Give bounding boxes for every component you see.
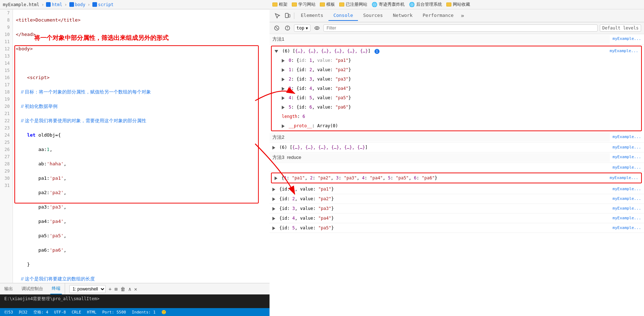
expand-collapse-btn[interactable] — [275, 50, 278, 53]
folder-icon5 — [446, 3, 451, 6]
devtools-tabs: Elements Console Sources Network Perform… — [270, 9, 644, 22]
terminal-controls: 1: powershell + ⊞ 🗑 ∧ ✕ — [65, 285, 270, 293]
item0-expand[interactable] — [282, 59, 285, 63]
svg-line-3 — [276, 27, 278, 29]
length-content: length: 6 — [279, 113, 641, 120]
terminal-tabs: 输出 调试控制台 终端 — [0, 283, 65, 294]
obj-item-5-source[interactable]: myExample... — [610, 224, 644, 231]
section3-source[interactable]: myExample... — [610, 153, 644, 160]
obj-item-4-source[interactable]: myExample... — [610, 214, 644, 221]
shell-selector[interactable]: 1: powershell — [69, 285, 106, 293]
obj-item-5-content: {id: 5, value: "pa5"} — [270, 224, 610, 232]
length-label: length — [282, 114, 297, 119]
objitem3-expand[interactable] — [272, 207, 275, 211]
array-summary-content: (6) [{…}, {…}, {…}, {…}, {…}, {…}] i — [272, 47, 607, 55]
devtools-panel: 框架 学习网站 模板 已注册网站 🌐 寄迹秀轰炸机 🌐 后台管理系统 — [270, 0, 644, 316]
obj-source[interactable]: myExample... — [607, 174, 641, 181]
svg-point-6 — [287, 29, 288, 29]
status-col: 列32 — [19, 310, 27, 315]
item1-expand[interactable] — [282, 68, 285, 72]
section2-source[interactable]: myExample... — [610, 133, 644, 140]
objitem1-expand[interactable] — [272, 188, 275, 191]
item5-content: 5: {id: 6, value: "pa6"} — [279, 103, 641, 111]
split-terminal-btn[interactable]: ⊞ — [114, 286, 117, 292]
cursor-icon-btn[interactable] — [272, 11, 282, 21]
code-line-18: pa1:'pa1', — [16, 175, 267, 182]
filter-input[interactable] — [323, 24, 598, 32]
file-name: myExample.html — [3, 2, 39, 7]
proto-sep: : Array(0) — [312, 123, 338, 128]
context-selector[interactable]: top ▼ — [294, 24, 310, 32]
obj-item-row-2: {id: 2, value: "pa2"} myExample... — [270, 194, 644, 204]
pre-object-row: myExample... — [270, 163, 644, 171]
info-icon[interactable]: i — [374, 49, 380, 54]
add-terminal-btn[interactable]: + — [109, 286, 111, 292]
console-output: 方法1 myExample... (6) [{…}, {…}, {…}, {…}… — [270, 34, 644, 316]
tab-output[interactable]: 输出 — [3, 284, 14, 294]
section1-source[interactable]: myExample... — [610, 35, 644, 42]
code-line-25: // 这个是我们将要建立的数组的长度 — [16, 275, 267, 283]
obj-item-2-source[interactable]: myExample... — [610, 195, 644, 202]
tab-terminal[interactable]: 终端 — [50, 283, 62, 294]
tab-network[interactable]: Network — [388, 10, 418, 21]
bookmark-kuangjia[interactable]: 框架 — [272, 1, 288, 8]
obj-item-3-source[interactable]: myExample... — [610, 205, 644, 211]
array-source[interactable]: myExample... — [607, 47, 641, 54]
item3-expand[interactable] — [282, 87, 285, 91]
objitem4-expand[interactable] — [272, 217, 275, 220]
obj-val5: "pa5" — [396, 175, 409, 180]
item2-expand[interactable] — [282, 78, 285, 81]
bookmark-xuexiwangzhan[interactable]: 学习网站 — [292, 1, 316, 8]
obj-expand[interactable] — [275, 177, 277, 180]
obj-key1: 1 — [284, 175, 286, 180]
array-summary-items: {…}, {…}, {…}, {…}, {…}, {…} — [295, 49, 368, 54]
bookmark-label4: 已注册网站 — [346, 1, 367, 8]
bookmark-moban[interactable]: 模板 — [320, 1, 335, 8]
bookmark-houtai[interactable]: 🌐 后台管理系统 — [409, 1, 442, 8]
method2-expand[interactable] — [272, 146, 275, 150]
code-line-8: </head> — [16, 31, 267, 38]
eye-icon-btn[interactable] — [313, 24, 321, 32]
delete-terminal-btn[interactable]: 🗑 — [120, 286, 125, 292]
obj-item-row-1: {id: 1, value: "pa1"} myExample... — [270, 184, 644, 194]
pre-object-source[interactable]: myExample... — [610, 164, 644, 170]
tab-debug-console[interactable]: 调试控制台 — [20, 284, 45, 294]
more-tabs-btn[interactable]: » — [459, 12, 466, 19]
tab-elements[interactable]: Elements — [296, 10, 328, 21]
bookmark-yizhu[interactable]: 已注册网站 — [339, 1, 367, 8]
device-icon-btn[interactable] — [282, 11, 293, 21]
status-encoding: UTF-8 — [54, 310, 66, 315]
length-val: 6 — [303, 114, 305, 119]
length-sep: : — [297, 114, 302, 119]
pause-btn[interactable] — [283, 24, 292, 32]
obj-val1: "pa1" — [292, 175, 305, 180]
array-summary-text: (6) [ — [282, 49, 295, 54]
objitem5-expand[interactable] — [272, 226, 275, 230]
bookmark-wangzhan[interactable]: 网站收藏 — [446, 1, 470, 8]
obj-item-row-5: {id: 5, value: "pa5"} myExample... — [270, 223, 644, 233]
up-terminal-btn[interactable]: ∧ — [128, 286, 131, 292]
tab-sources[interactable]: Sources — [358, 10, 388, 21]
code-text: <title>Document</title> </head> <body> <… — [13, 9, 270, 283]
folder-icon2 — [292, 3, 297, 6]
tab-console[interactable]: Console — [328, 10, 358, 21]
code-line-22: pa5:'pa5', — [16, 232, 267, 239]
item5-expand[interactable] — [282, 106, 285, 109]
svg-point-7 — [315, 27, 319, 29]
objitem2-expand[interactable] — [272, 197, 275, 201]
obj-key4: 4 — [362, 175, 364, 180]
close-terminal-btn[interactable]: ✕ — [134, 286, 137, 292]
method2-source[interactable]: myExample... — [610, 143, 644, 150]
tab-performance[interactable]: Performance — [418, 10, 459, 21]
array-summary-row: (6) [{…}, {…}, {…}, {…}, {…}, {…}] i myE… — [272, 46, 641, 56]
item4-expand[interactable] — [282, 96, 285, 100]
default-levels-btn[interactable]: Default levels — [600, 24, 641, 32]
clear-console-btn[interactable] — [272, 24, 281, 32]
bookmark-jiji[interactable]: 🌐 寄迹秀轰炸机 — [372, 1, 405, 8]
obj-item-4-content: {id: 4, value: "pa4"} — [270, 214, 610, 222]
proto-expand[interactable] — [282, 124, 285, 128]
section1-label: 方法1 — [270, 35, 610, 43]
item4-content: 4: {id: 5, value: "pa5"} — [279, 94, 641, 102]
bookmark-label6: 后台管理系统 — [416, 1, 442, 8]
obj-item-1-source[interactable]: myExample... — [610, 185, 644, 192]
